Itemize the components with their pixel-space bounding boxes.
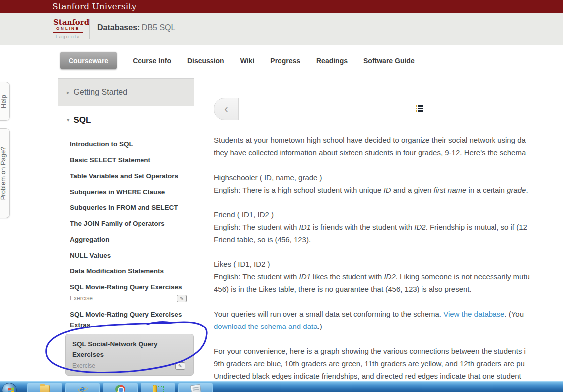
help-side-tab-label: Help (0, 95, 7, 108)
chevron-down-icon: ▾ (67, 117, 70, 123)
course-name: DB5 SQL (142, 23, 176, 32)
courseware-content: ‹ Students at your hometown high school … (214, 98, 563, 381)
windows-logo-icon (8, 387, 14, 392)
start-button[interactable] (2, 383, 17, 392)
help-side-tab[interactable]: Help (0, 82, 10, 121)
course-outline-sidebar: ▸ Getting Started ▾ SQL Introduction to … (58, 78, 194, 392)
taskbar-tool-button[interactable] (141, 383, 175, 392)
chevron-left-icon: ‹ (224, 103, 228, 116)
course-title: Databases: DB5 SQL (97, 23, 175, 32)
section-sql-label: SQL (74, 115, 91, 125)
tab-software-guide[interactable]: Software Guide (363, 57, 415, 65)
sidebar-item-intro-sql[interactable]: Introduction to SQL (70, 136, 194, 152)
paragraph-line: 9th graders are blue, 10th graders are g… (214, 357, 563, 370)
section-getting-started[interactable]: ▸ Getting Started (58, 79, 194, 106)
paragraph-line: Undirected black edges indicate friendsh… (214, 370, 563, 381)
sidebar-item-join-family[interactable]: The JOIN Family of Operators (70, 216, 194, 232)
paragraph-line: 456) is in the Likes table, there is no … (214, 283, 563, 295)
tab-readings[interactable]: Readings (316, 57, 348, 65)
paragraph-line: English: The student with ID1 is friends… (214, 221, 563, 233)
paragraph-line: they have collected information about si… (214, 146, 563, 159)
tab-course-info[interactable]: Course Info (133, 57, 171, 65)
taskbar-chrome-button[interactable] (103, 383, 138, 392)
problem-on-page-label: Problem on Page? (0, 146, 7, 200)
tab-progress[interactable]: Progress (270, 57, 300, 65)
exercise-description: Students at your hometown high school ha… (214, 120, 563, 381)
tab-wiki[interactable]: Wiki (240, 57, 255, 65)
previous-unit-button[interactable]: ‹ (214, 98, 239, 120)
sidebar-item-movie-rating-exercises[interactable]: SQL Movie-Rating Query Exercises Exercis… (70, 282, 194, 304)
paragraph-line: English: The student with ID1 likes the … (214, 270, 563, 283)
paragraph-text: .) (317, 322, 322, 330)
stanford-university-title: Stanford University (52, 1, 137, 11)
course-nav-tabs: Courseware Course Info Discussion Wiki P… (60, 52, 415, 69)
notepad-icon (190, 384, 201, 392)
schema-likes: Likes ( ID1, ID2 ) (214, 258, 563, 270)
logo-stanford-text: Stanford (53, 19, 83, 26)
taskbar-internet-explorer-button[interactable]: e (65, 383, 100, 392)
text-unit-list-icon[interactable] (416, 105, 424, 113)
paragraph-text: . (You (504, 310, 524, 318)
paragraph-line: download the schema and data.) (214, 320, 563, 332)
exercise-type-label: Exercise (70, 295, 93, 302)
chrome-icon (115, 385, 125, 392)
paragraph-line: Friend table, so is (456, 123). (214, 233, 563, 246)
paragraph-line: Students at your hometown high school ha… (214, 134, 563, 146)
exercise-type-label: Exercise (72, 362, 95, 369)
tab-courseware[interactable]: Courseware (60, 52, 117, 69)
sequence-navigation: ‹ (214, 98, 563, 120)
sidebar-item-list: Introduction to SQL Basic SELECT Stateme… (58, 133, 194, 392)
problem-on-page-side-tab[interactable]: Problem on Page? (0, 128, 10, 218)
sidebar-item-table-variables[interactable]: Table Variables and Set Operators (70, 168, 194, 184)
course-label: Databases: (97, 23, 140, 32)
tab-discussion[interactable]: Discussion (187, 57, 224, 65)
paragraph-line: For your convenience, here is a graph sh… (214, 345, 563, 357)
stanford-top-bar: Stanford University (0, 0, 563, 13)
internet-explorer-icon: e (77, 385, 87, 392)
header-divider (89, 19, 90, 39)
edit-pencil-icon: ✎ (177, 295, 187, 302)
movie-rating-extras-label: SQL Movie-Rating Query Exercises Extras (70, 307, 194, 330)
sidebar-item-data-modification[interactable]: Data Modification Statements (70, 263, 194, 279)
sidebar-item-subqueries-from[interactable]: Subqueries in FROM and SELECT (70, 200, 194, 216)
sidebar-item-movie-rating-extras[interactable]: SQL Movie-Rating Query Exercises Extras (70, 307, 194, 330)
download-schema-link[interactable]: download the schema and data (214, 322, 317, 330)
sidebar-item-basic-select[interactable]: Basic SELECT Statement (70, 152, 194, 168)
sidebar-item-social-network-exercises-selected[interactable]: SQL Social-Network Query Exercises Exerc… (65, 334, 194, 376)
sticky-tool-icon (153, 385, 157, 392)
section-getting-started-label: Getting Started (74, 88, 128, 97)
movie-rating-exercises-label: SQL Movie-Rating Query Exercises (70, 282, 194, 292)
paragraph-line: English: There is a high school student … (214, 184, 563, 196)
sidebar-item-subqueries-where[interactable]: Subqueries in WHERE Clause (70, 184, 194, 200)
view-database-link[interactable]: View the database (443, 310, 504, 318)
paragraph-line: Your queries will run over a small data … (214, 308, 563, 320)
taskbar-notepad-button[interactable] (178, 383, 213, 392)
sidebar-item-null-values[interactable]: NULL Values (70, 248, 194, 263)
social-network-exercises-label: SQL Social-Network Query Exercises (72, 339, 182, 360)
stanford-online-logo[interactable]: Stanford ONLINE Lagunita (53, 19, 83, 39)
unit-tab-bar[interactable] (239, 98, 563, 120)
schema-highschooler: Highschooler ( ID, name, grade ) (214, 171, 563, 184)
chevron-right-icon: ▸ (67, 89, 70, 96)
schema-friend: Friend ( ID1, ID2 ) (214, 208, 563, 221)
paragraph-text: Your queries will run over a small data … (214, 310, 443, 318)
logo-lagunita-text: Lagunita (53, 34, 83, 39)
section-sql[interactable]: ▾ SQL (58, 106, 194, 133)
page: Stanford University Stanford ONLINE Lagu… (0, 0, 563, 392)
taskbar-explorer-button[interactable] (27, 383, 62, 392)
site-header: Stanford ONLINE Lagunita Databases: DB5 … (0, 13, 563, 45)
folder-icon (40, 385, 50, 392)
logo-online-text: ONLINE (53, 26, 83, 33)
windows-taskbar: e (0, 381, 563, 392)
edit-pencil-icon: ✎ (175, 362, 185, 370)
sidebar-item-aggregation[interactable]: Aggregation (70, 232, 194, 248)
